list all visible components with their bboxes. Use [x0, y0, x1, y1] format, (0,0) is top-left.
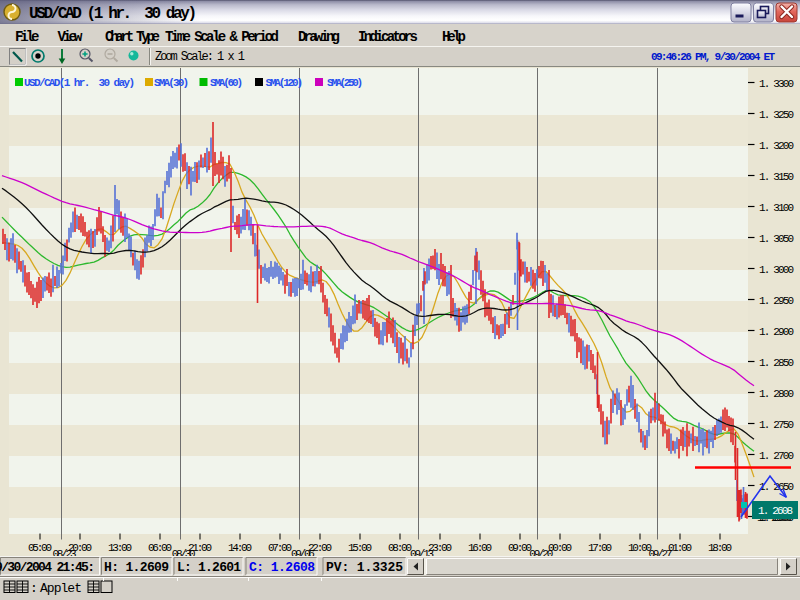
svg-text:1. 2800: 1. 2800: [759, 388, 794, 400]
svg-text::: :: [30, 581, 38, 596]
svg-text:SMA(250): SMA(250): [327, 77, 363, 89]
svg-text:Zoom Scale: 1 x 1: Zoom Scale: 1 x 1: [155, 50, 245, 64]
svg-text:USD/CAD(1 hr. 30 day): USD/CAD(1 hr. 30 day): [24, 77, 135, 89]
svg-text:1. 3150: 1. 3150: [759, 171, 794, 183]
svg-text:1. 2608: 1. 2608: [758, 505, 793, 517]
svg-text:15:00: 15:00: [348, 542, 372, 554]
svg-text:1. 3250: 1. 3250: [759, 109, 794, 121]
svg-text:1. 3100: 1. 3100: [759, 202, 794, 214]
svg-text:H: 1.2609: H: 1.2609: [104, 560, 169, 575]
svg-text:17:00: 17:00: [588, 542, 612, 554]
svg-text:File: File: [15, 29, 40, 45]
svg-text:07:00: 07:00: [268, 542, 292, 554]
svg-text:Help: Help: [442, 29, 466, 45]
svg-text:Chart Type: Chart Type: [105, 29, 160, 45]
svg-text:1. 3000: 1. 3000: [759, 264, 794, 276]
svg-text:1. 2950: 1. 2950: [759, 295, 794, 307]
svg-text:SMA(60): SMA(60): [210, 77, 243, 89]
svg-text:Drawing: Drawing: [298, 29, 340, 45]
svg-text:1. 2700: 1. 2700: [759, 450, 794, 462]
svg-text:1. 3300: 1. 3300: [759, 78, 794, 90]
svg-text:14:00: 14:00: [228, 542, 252, 554]
svg-text:09:46:26 PM, 9/30/2004 ET: 09:46:26 PM, 9/30/2004 ET: [651, 51, 775, 63]
svg-text:05:00: 05:00: [28, 542, 52, 554]
svg-text:PV: 1.3325: PV: 1.3325: [326, 560, 403, 575]
svg-text:SMA(30): SMA(30): [154, 77, 189, 89]
svg-text:L: 1.2601: L: 1.2601: [177, 560, 241, 575]
svg-text:View: View: [58, 29, 84, 45]
svg-text:Applet: Applet: [40, 581, 82, 596]
svg-text:USD/CAD (1 hr. 30 day): USD/CAD (1 hr. 30 day): [29, 5, 197, 23]
svg-text:1. 2650: 1. 2650: [759, 481, 794, 493]
svg-text:1. 3200: 1. 3200: [759, 140, 794, 152]
svg-text:06:00: 06:00: [148, 542, 172, 554]
svg-text:C: 1.2608: C: 1.2608: [249, 560, 315, 575]
svg-text:9/30/2004 21:45:: 9/30/2004 21:45:: [0, 560, 95, 575]
svg-text:SMA(120): SMA(120): [266, 77, 304, 89]
svg-text:08:00: 08:00: [388, 542, 412, 554]
svg-text:1. 2900: 1. 2900: [759, 326, 794, 338]
svg-text:18:00: 18:00: [708, 542, 732, 554]
svg-text:16:00: 16:00: [468, 542, 492, 554]
svg-text:1. 3050: 1. 3050: [759, 233, 794, 245]
svg-text:Time Scale & Period: Time Scale & Period: [165, 29, 279, 45]
svg-text:Indicators: Indicators: [358, 29, 418, 45]
svg-text:1. 2750: 1. 2750: [759, 419, 794, 431]
svg-text:1. 2850: 1. 2850: [759, 357, 794, 369]
svg-text:13:00: 13:00: [108, 542, 132, 554]
